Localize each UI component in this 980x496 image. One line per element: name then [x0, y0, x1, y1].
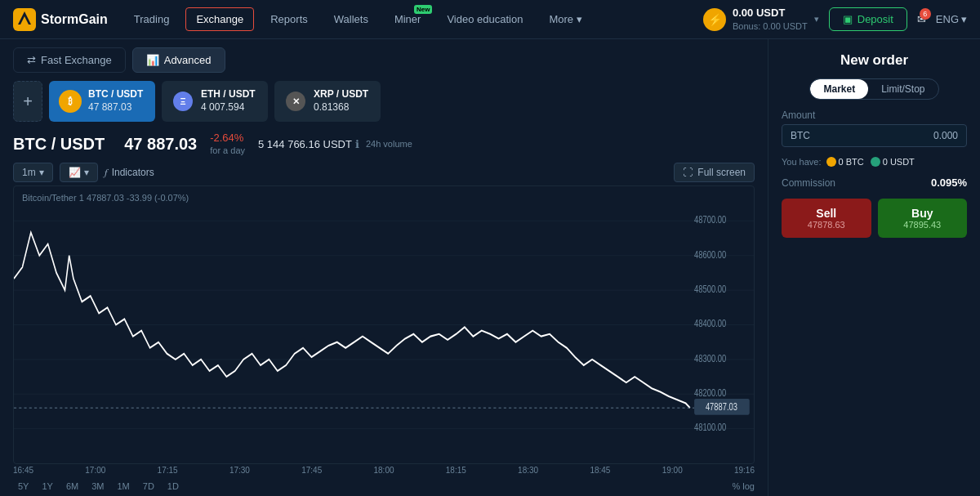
svg-text:47887.03: 47887.03 [706, 401, 737, 413]
nav-trading[interactable]: Trading [124, 8, 180, 30]
btc-icon: ₿ [59, 90, 82, 113]
add-pair-button[interactable]: + [13, 81, 42, 122]
range-1y[interactable]: 1Y [37, 480, 57, 493]
sell-label: Sell [786, 207, 866, 220]
time-7: 18:15 [446, 466, 466, 475]
indicators-label: Indicators [112, 167, 154, 178]
info-icon: ℹ [355, 138, 359, 150]
deposit-button[interactable]: ▣ Deposit [829, 7, 907, 31]
logo-icon [13, 8, 36, 31]
lang-selector[interactable]: ENG ▾ [936, 13, 967, 25]
balance-arrow[interactable]: ▾ [814, 14, 819, 25]
amount-field-group: Amount BTC 0.000 [782, 109, 967, 147]
eth-pair-info: ETH / USDT 4 007.594 [201, 88, 256, 114]
nav-video-education[interactable]: Video education [437, 8, 532, 30]
balance-icon: ⚡ [703, 8, 726, 31]
chart-type-icon: 📈 [69, 167, 81, 178]
eth-pair-price: 4 007.594 [201, 101, 256, 114]
xrp-pair-name: XRP / USDT [314, 88, 368, 101]
order-type-tabs: Market Limit/Stop [809, 78, 938, 100]
price-change-group: -2.64% for a day [210, 132, 245, 156]
chart-type-arrow: ▾ [84, 167, 89, 178]
amount-currency: BTC [791, 130, 927, 141]
price-change: -2.64% [210, 132, 243, 144]
svg-text:₿: ₿ [68, 96, 73, 106]
log-toggle[interactable]: % log [733, 481, 755, 491]
indicators-icon: 𝑓 [105, 167, 107, 178]
advanced-tab[interactable]: 📊 Advanced [132, 47, 225, 73]
current-pair: BTC / USDT [13, 135, 105, 154]
volume-value: 5 144 766.16 USDT [258, 138, 352, 150]
range-1d[interactable]: 1D [163, 480, 184, 493]
fullscreen-label: Full screen [697, 167, 746, 178]
right-panel: New order Market Limit/Stop Amount BTC 0… [768, 39, 980, 496]
fast-exchange-tab[interactable]: ⇄ Fast Exchange [13, 47, 126, 73]
svg-text:✕: ✕ [292, 96, 300, 106]
amount-label: Amount [782, 109, 967, 121]
header-right: ⚡ 0.00 USDT Bonus: 0.00 USDT ▾ ▣ Deposit… [703, 7, 967, 32]
btc-pair-info: BTC / USDT 47 887.03 [88, 88, 143, 114]
commission-label: Commission [782, 177, 835, 189]
svg-text:48300.00: 48300.00 [694, 352, 726, 364]
eth-pair-name: ETH / USDT [201, 88, 256, 101]
svg-text:48400.00: 48400.00 [694, 318, 726, 329]
sell-button[interactable]: Sell 47878.63 [782, 199, 871, 238]
nav-wallets[interactable]: Wallets [324, 8, 378, 30]
commission-value: 0.095% [931, 177, 967, 189]
time-11: 19:16 [734, 466, 755, 475]
logo[interactable]: StormGain [13, 8, 108, 31]
chart-type-selector[interactable]: 📈 ▾ [60, 163, 98, 182]
commission-row: Commission 0.095% [782, 177, 967, 189]
price-change-label: for a day [210, 145, 245, 155]
timeframe-value: 1m [22, 167, 36, 178]
order-tab-limit[interactable]: Limit/Stop [868, 79, 938, 99]
buy-button[interactable]: Buy 47895.43 [878, 199, 968, 238]
timeframe-selector[interactable]: 1m ▾ [13, 163, 53, 182]
order-tab-market[interactable]: Market [810, 79, 868, 99]
action-buttons: Sell 47878.63 Buy 47895.43 [782, 199, 967, 238]
fullscreen-button[interactable]: ⛶ Full screen [674, 163, 755, 182]
mail-badge: 6 [920, 8, 931, 20]
xrp-icon: ✕ [284, 90, 307, 113]
mail-icon[interactable]: ✉ 6 [917, 13, 926, 25]
indicators-button[interactable]: 𝑓 Indicators [105, 167, 154, 178]
time-9: 18:45 [590, 466, 610, 475]
nav-more[interactable]: More ▾ [539, 8, 591, 30]
nav-exchange[interactable]: Exchange [185, 7, 254, 31]
range-6m[interactable]: 6M [61, 480, 83, 493]
range-7d[interactable]: 7D [138, 480, 159, 493]
sell-price: 47878.63 [786, 220, 866, 230]
balance-box: ⚡ 0.00 USDT Bonus: 0.00 USDT ▾ [703, 7, 819, 32]
range-5y[interactable]: 5Y [13, 480, 33, 493]
range-3m[interactable]: 3M [87, 480, 109, 493]
usdt-dot [871, 157, 880, 167]
tab-bar: ⇄ Fast Exchange 📊 Advanced [0, 39, 768, 81]
btc-dot [826, 157, 836, 167]
balance-amount: 0.00 USDT [733, 7, 808, 20]
btc-pair-price: 47 887.03 [88, 101, 143, 114]
xrp-pair-price: 0.81368 [314, 101, 368, 114]
range-1m[interactable]: 1M [113, 480, 135, 493]
header: StormGain Trading Exchange Reports Walle… [0, 0, 980, 39]
left-panel: ⇄ Fast Exchange 📊 Advanced + ₿ BTC / USD [0, 39, 768, 496]
you-have-row: You have: 0 BTC 0 USDT [782, 157, 967, 167]
usdt-balance: 0 USDT [871, 157, 915, 167]
time-8: 18:30 [518, 466, 538, 475]
time-2: 17:00 [85, 466, 105, 475]
xrp-pair-info: XRP / USDT 0.81368 [314, 88, 368, 114]
nav-reports[interactable]: Reports [261, 8, 318, 30]
pair-card-btc[interactable]: ₿ BTC / USDT 47 887.03 [49, 81, 155, 122]
svg-text:48600.00: 48600.00 [694, 248, 726, 260]
pair-card-xrp[interactable]: ✕ XRP / USDT 0.81368 [274, 81, 381, 122]
fullscreen-icon: ⛶ [683, 167, 693, 178]
main-layout: ⇄ Fast Exchange 📊 Advanced + ₿ BTC / USD [0, 39, 980, 496]
price-chart: 48700.00 48600.00 48500.00 48400.00 4830… [14, 186, 754, 463]
pair-card-eth[interactable]: Ξ ETH / USDT 4 007.594 [162, 81, 268, 122]
price-bar: BTC / USDT 47 887.03 -2.64% for a day 5 … [0, 128, 768, 163]
buy-price: 47895.43 [883, 220, 963, 230]
amount-input[interactable]: BTC 0.000 [782, 124, 967, 147]
time-10: 19:00 [662, 466, 683, 475]
nav-miner[interactable]: Miner New [385, 8, 431, 30]
chart-label: Bitcoin/Tether 1 47887.03 -33.99 (-0.07%… [22, 193, 189, 203]
bottom-controls: 5Y 1Y 6M 3M 1M 7D 1D % log [0, 476, 768, 496]
